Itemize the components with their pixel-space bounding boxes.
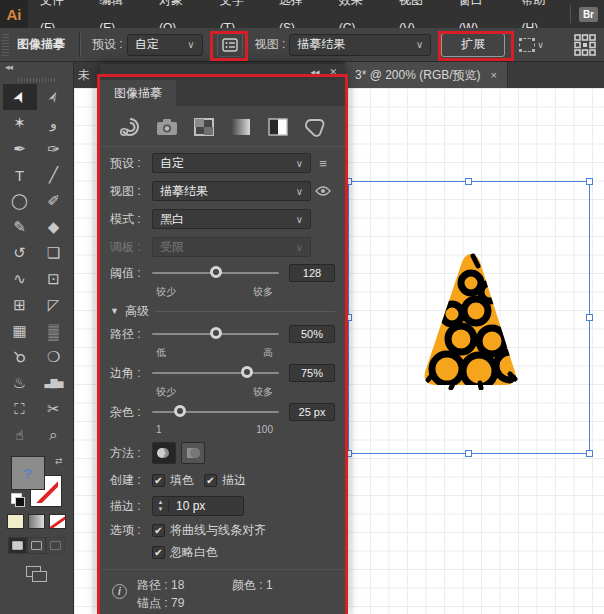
corners-value[interactable]: 75% bbox=[289, 364, 335, 382]
auto-color-icon[interactable] bbox=[118, 116, 142, 138]
selection-handle[interactable] bbox=[586, 314, 593, 321]
snap-curves-checkbox[interactable]: ✔ bbox=[152, 524, 165, 537]
selection-handle[interactable] bbox=[345, 178, 352, 185]
hidden-document-tab[interactable]: 未 bbox=[78, 62, 90, 88]
default-fill-stroke-icon[interactable] bbox=[11, 493, 22, 504]
selection-handle[interactable] bbox=[345, 450, 352, 457]
close-tab-icon[interactable]: × bbox=[491, 69, 497, 81]
step-down-icon[interactable]: ▼ bbox=[158, 506, 164, 513]
preset-menu-icon[interactable]: ≡ bbox=[311, 156, 335, 171]
bridge-button[interactable]: Br bbox=[579, 7, 598, 22]
collapse-panel-icon[interactable]: ◂◂ bbox=[310, 67, 319, 77]
gradient-tool[interactable]: ▒ bbox=[37, 318, 71, 344]
traced-triangle-artwork[interactable] bbox=[420, 250, 522, 390]
noise-slider-thumb[interactable] bbox=[174, 405, 186, 417]
outline-icon[interactable] bbox=[303, 116, 327, 138]
fill-stroke-indicator[interactable]: ? ⇄ bbox=[11, 456, 63, 508]
eye-icon[interactable] bbox=[311, 186, 335, 196]
type-tool[interactable]: T bbox=[3, 162, 37, 188]
high-color-icon[interactable] bbox=[155, 116, 179, 138]
control-bar-grip[interactable] bbox=[2, 34, 9, 56]
selection-handle[interactable] bbox=[465, 178, 472, 185]
pencil-tool[interactable]: ✎ bbox=[3, 214, 37, 240]
black-and-white-icon[interactable] bbox=[266, 116, 290, 138]
strokes-checkbox[interactable]: ✔ bbox=[204, 474, 217, 487]
expand-button[interactable]: 扩展 bbox=[441, 33, 505, 57]
width-tool[interactable]: ∿ bbox=[3, 266, 37, 292]
ellipse-tool[interactable]: ◯ bbox=[3, 188, 37, 214]
gradient-button[interactable] bbox=[28, 514, 45, 529]
paths-slider-thumb[interactable] bbox=[210, 327, 222, 339]
fills-checkbox[interactable]: ✔ bbox=[152, 474, 165, 487]
none-button[interactable] bbox=[49, 514, 66, 529]
threshold-value[interactable]: 128 bbox=[289, 264, 335, 282]
column-graph-tool[interactable]: ▃▇▅ bbox=[37, 370, 71, 396]
image-trace-tab[interactable]: 图像描摹 bbox=[100, 80, 176, 106]
method-abutting-button[interactable] bbox=[152, 442, 176, 464]
draw-inside-button[interactable] bbox=[46, 537, 65, 554]
draw-normal-button[interactable] bbox=[8, 537, 27, 554]
screen-mode-button[interactable] bbox=[26, 566, 48, 582]
mesh-tool[interactable]: ▦ bbox=[3, 318, 37, 344]
corners-slider-thumb[interactable] bbox=[241, 366, 253, 378]
shape-builder-tool[interactable]: ⊞ bbox=[3, 292, 37, 318]
grayscale-icon[interactable] bbox=[229, 116, 253, 138]
line-segment-tool[interactable]: ╱ bbox=[37, 162, 71, 188]
lasso-tool[interactable]: و bbox=[37, 110, 71, 136]
mode-select[interactable]: 黑白 ∨ bbox=[152, 209, 311, 229]
curvature-tool[interactable]: ✑ bbox=[37, 136, 71, 162]
noise-value[interactable]: 25 px bbox=[289, 403, 335, 421]
view-dropdown[interactable]: 描摹结果 ∨ bbox=[289, 34, 431, 56]
swap-fill-stroke-icon[interactable]: ⇄ bbox=[55, 456, 63, 466]
symbol-sprayer-tool[interactable]: ♨ bbox=[3, 370, 37, 396]
low-color-icon[interactable] bbox=[192, 116, 216, 138]
advanced-section-header[interactable]: ▼ 高级 bbox=[110, 300, 335, 322]
paths-value[interactable]: 50% bbox=[289, 325, 335, 343]
draw-behind-button[interactable] bbox=[27, 537, 46, 554]
corners-slider[interactable] bbox=[152, 372, 279, 374]
paintbrush-tool[interactable]: ✐ bbox=[37, 188, 71, 214]
workspace-switcher-button[interactable] bbox=[574, 34, 596, 56]
hand-tool[interactable]: ☝ bbox=[3, 422, 37, 448]
scale-tool[interactable]: ❏ bbox=[37, 240, 71, 266]
close-panel-icon[interactable]: ✕ bbox=[329, 67, 337, 77]
artboard-tool[interactable]: ⛶ bbox=[3, 396, 37, 422]
selection-handle[interactable] bbox=[586, 450, 593, 457]
blend-tool[interactable]: ❍ bbox=[37, 344, 71, 370]
chevron-down-icon: ∨ bbox=[406, 39, 423, 50]
direct-selection-tool[interactable]: ➣ bbox=[37, 84, 71, 110]
selection-handle[interactable] bbox=[345, 314, 352, 321]
slice-tool[interactable]: ✂ bbox=[37, 396, 71, 422]
document-tab[interactable]: 3* @ 200% (RGB/预览) × bbox=[345, 62, 508, 88]
free-transform-tool[interactable]: ⊡ bbox=[37, 266, 71, 292]
preset-select[interactable]: 自定 ∨ bbox=[152, 153, 311, 173]
stroke-width-value[interactable]: 10 px bbox=[169, 499, 205, 513]
rotate-tool[interactable]: ↺ bbox=[3, 240, 37, 266]
eyedropper-tool[interactable]: ⚲ bbox=[3, 344, 37, 370]
noise-slider[interactable] bbox=[152, 411, 279, 413]
perspective-grid-tool[interactable]: ◸ bbox=[37, 292, 71, 318]
select-similar-button[interactable]: ∨ bbox=[519, 38, 544, 52]
color-button[interactable] bbox=[7, 514, 24, 529]
paths-slider[interactable] bbox=[152, 333, 279, 335]
pen-tool[interactable]: ✒ bbox=[3, 136, 37, 162]
step-up-icon[interactable]: ▲ bbox=[158, 499, 164, 506]
selection-handle[interactable] bbox=[586, 178, 593, 185]
method-overlapping-button[interactable] bbox=[181, 442, 205, 464]
threshold-slider[interactable] bbox=[152, 272, 279, 274]
toolbox-collapse-button[interactable]: ◂◂ bbox=[0, 62, 73, 76]
stepper-arrows[interactable]: ▲ ▼ bbox=[153, 499, 169, 513]
threshold-slider-thumb[interactable] bbox=[210, 266, 222, 278]
preset-dropdown[interactable]: 自定 ∨ bbox=[127, 34, 203, 56]
toolbox-grip[interactable] bbox=[18, 76, 55, 84]
stroke-width-stepper[interactable]: ▲ ▼ 10 px bbox=[152, 496, 244, 516]
selection-handle[interactable] bbox=[465, 450, 472, 457]
fill-swatch[interactable]: ? bbox=[11, 456, 45, 490]
ignore-white-checkbox[interactable]: ✔ bbox=[152, 546, 165, 559]
magic-wand-tool[interactable]: ✶ bbox=[3, 110, 37, 136]
eraser-tool[interactable]: ◆ bbox=[37, 214, 71, 240]
zoom-tool[interactable]: ⌕ bbox=[37, 422, 71, 448]
trace-panel-toggle-button[interactable] bbox=[217, 33, 243, 57]
view-select[interactable]: 描摹结果 ∨ bbox=[152, 181, 311, 201]
selection-tool[interactable]: ➤ bbox=[3, 84, 37, 110]
